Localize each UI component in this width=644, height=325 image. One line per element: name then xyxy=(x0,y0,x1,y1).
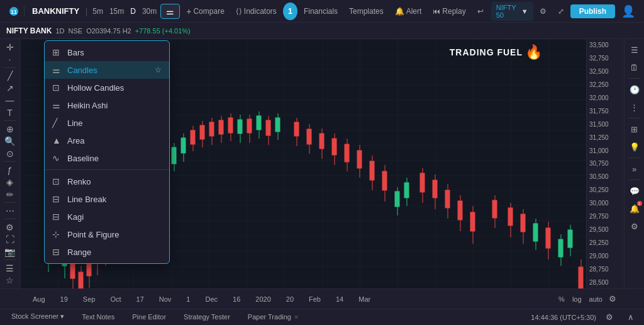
menu-item-hollow-candles[interactable]: ⊡ Hollow Candles xyxy=(45,79,169,96)
badge-button[interactable]: 1 xyxy=(283,3,297,20)
fullscreen-toggle[interactable]: ⛶ xyxy=(2,234,18,244)
svg-rect-26 xyxy=(395,191,399,207)
text-tool[interactable]: T xyxy=(2,107,18,118)
price-label: 30,000 xyxy=(589,200,621,207)
indicators-button[interactable]: ⟨⟩ Indicators xyxy=(231,5,282,18)
menu-item-heikin-ashi[interactable]: ⚌ Heikin Ashi xyxy=(45,96,169,114)
auto-scale-button[interactable]: auto xyxy=(586,295,606,303)
app-logo[interactable]: 11 xyxy=(4,6,25,16)
bell-button[interactable]: 🔔 1 xyxy=(626,200,643,217)
bottom-settings-button[interactable]: ⚙ xyxy=(601,309,618,326)
chart-settings[interactable]: ⚙ xyxy=(2,222,18,232)
tab-paper-trading[interactable]: Paper Trading × xyxy=(242,311,305,324)
clock-button[interactable]: 🕐 xyxy=(626,81,643,98)
paper-trading-close-icon[interactable]: × xyxy=(294,313,298,321)
measure-tool[interactable]: ⊕ xyxy=(2,123,18,134)
chat-button[interactable]: 💬 xyxy=(626,183,643,199)
grid-button[interactable]: ⊞ xyxy=(626,121,643,137)
price-label: 29,750 xyxy=(589,213,621,220)
menu-item-line-break[interactable]: ⊟ Line Break xyxy=(45,190,169,208)
watchlist-button[interactable]: ☰ xyxy=(626,42,643,58)
screenshot-tool[interactable]: 📷 xyxy=(2,246,18,257)
candles-star-icon[interactable]: ☆ xyxy=(155,66,162,74)
renko-icon: ⊡ xyxy=(52,176,62,186)
full-symbol-label: NIFTY BANK xyxy=(6,26,52,35)
area-icon: ▲ xyxy=(52,135,62,145)
menu-item-area[interactable]: ▲ Area xyxy=(45,132,169,149)
chevron-up-icon[interactable]: ∧ xyxy=(623,309,639,326)
settings-right-button[interactable]: ⚙ xyxy=(626,218,643,234)
svg-rect-80 xyxy=(370,161,374,180)
price-label: 32,000 xyxy=(589,94,621,101)
bulb-button[interactable]: 💡 xyxy=(626,139,643,155)
interval-5m[interactable]: 5m xyxy=(90,7,106,16)
ray-tool[interactable]: ↗ xyxy=(2,83,18,93)
dot-tool[interactable]: · xyxy=(2,54,18,64)
pattern-tool[interactable]: ◈ xyxy=(2,176,18,187)
zoom-percent-button[interactable]: % xyxy=(555,295,569,303)
nifty50-selector[interactable]: NIFTY 50 ▼ xyxy=(491,2,533,21)
symbol-info-bar: NIFTY BANK 1D NSE O20394.75 H2 +778.55 (… xyxy=(0,23,644,39)
alert-button[interactable]: 🔔 Alert xyxy=(390,5,427,18)
menu-item-candles[interactable]: ⚌ Candles ☆ xyxy=(45,61,169,79)
trendline-tool[interactable]: ╱ xyxy=(2,71,18,81)
interval-30m[interactable]: 30m xyxy=(140,7,159,16)
calendar-button[interactable]: 🗓 xyxy=(626,59,643,76)
compare-button[interactable]: + Compare xyxy=(181,4,230,18)
exchange-label: NSE xyxy=(69,27,83,35)
fibonacci-tool[interactable]: ƒ xyxy=(2,164,18,175)
time-axis: Aug 19 Sep Oct 17 Nov 1 Dec 16 2020 20 F… xyxy=(0,288,644,309)
menu-item-line[interactable]: ╱ Line xyxy=(45,114,169,132)
tab-pine-editor[interactable]: Pine Editor xyxy=(126,311,172,324)
time-settings-button[interactable]: ⚙ xyxy=(606,293,619,305)
chart-type-button[interactable]: ⚌ xyxy=(160,4,180,19)
svg-rect-60 xyxy=(219,120,223,134)
symbol-label[interactable]: BANKNIFTY xyxy=(28,6,83,16)
menu-item-baseline[interactable]: ∿ Baseline xyxy=(45,149,169,167)
menu-item-point-figure[interactable]: ⊹ Point & Figure xyxy=(45,225,169,243)
price-label: 31,250 xyxy=(589,134,621,141)
templates-button[interactable]: Templates xyxy=(344,5,389,18)
tab-text-notes[interactable]: Text Notes xyxy=(75,311,121,324)
price-label: 30,250 xyxy=(589,186,621,193)
undo-button[interactable]: ↩ xyxy=(472,5,489,18)
price-label: 31,500 xyxy=(589,121,621,128)
menu-item-renko[interactable]: ⊡ Renko xyxy=(45,173,169,190)
price-label: 28,750 xyxy=(589,266,621,273)
brush-tool[interactable]: ✏ xyxy=(2,189,18,200)
interval-15m[interactable]: 15m xyxy=(107,7,126,16)
more-tools[interactable]: ⋯ xyxy=(2,205,18,216)
crosshair-tool[interactable]: ✛ xyxy=(2,42,18,52)
screener-dropdown-icon[interactable]: ▾ xyxy=(60,312,64,320)
time-label-19: 19 xyxy=(53,295,75,303)
magnet-tool[interactable]: ⊙ xyxy=(2,148,18,159)
expand-button[interactable]: ⤢ xyxy=(553,5,569,18)
user-menu-button[interactable]: 👤 xyxy=(616,3,640,20)
time-label-20: 20 xyxy=(279,295,301,303)
replay-button[interactable]: ⏮ Replay xyxy=(428,5,470,18)
zoom-tool[interactable]: 🔍 xyxy=(2,135,18,146)
tab-strategy-tester[interactable]: Strategy Tester xyxy=(177,311,236,324)
candles-icon: ⚌ xyxy=(52,65,62,75)
settings-button[interactable]: ⚙ xyxy=(535,5,552,18)
current-time-label: 14:44:36 (UTC+5:30) xyxy=(531,314,596,321)
star-tool[interactable]: ☆ xyxy=(2,275,18,285)
menu-item-range[interactable]: ⊟ Range xyxy=(45,243,169,261)
chart-canvas[interactable]: TRADING FUEL 🔥 xyxy=(20,39,586,288)
interval-D[interactable]: D xyxy=(128,7,138,16)
log-scale-button[interactable]: log xyxy=(569,295,586,303)
menu-item-kagi[interactable]: ⊟ Kagi xyxy=(45,208,169,225)
watchlist-tool[interactable]: ☰ xyxy=(2,263,18,273)
horizontal-line-tool[interactable]: — xyxy=(2,94,18,105)
publish-button[interactable]: Publish xyxy=(570,4,615,18)
nav-right[interactable]: » xyxy=(626,161,643,177)
time-label-17: 17 xyxy=(129,295,152,303)
svg-rect-56 xyxy=(200,125,204,139)
time-label-dec: Dec xyxy=(197,295,225,303)
baseline-icon: ∿ xyxy=(52,153,62,163)
financials-button[interactable]: Financials xyxy=(299,5,343,18)
time-label-2020: 2020 xyxy=(248,295,278,303)
dots-button[interactable]: ⋮ xyxy=(626,99,643,115)
tab-stock-screener[interactable]: Stock Screener ▾ xyxy=(5,311,70,324)
menu-item-bars[interactable]: ⊞ Bars xyxy=(45,43,169,61)
